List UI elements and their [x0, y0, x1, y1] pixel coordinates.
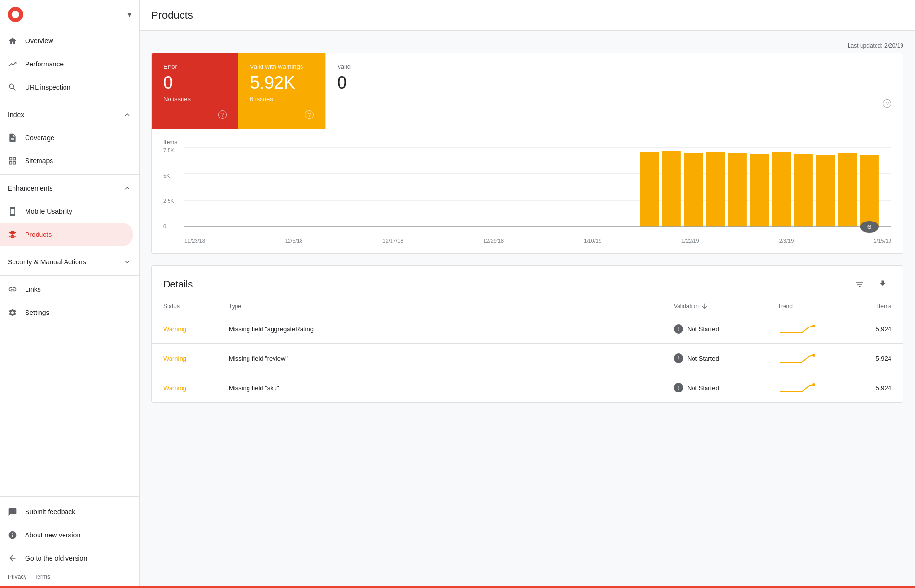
row2-items: 5,924: [853, 355, 891, 362]
x-label-4: 1/10/19: [584, 238, 601, 244]
row2-trend: [778, 352, 845, 365]
chart-x-axis: 11/23/18 12/5/18 12/17/18 12/29/18 1/10/…: [184, 238, 891, 244]
warning-badge[interactable]: Warning: [163, 326, 186, 333]
row3-validation: ! Not Started: [674, 383, 770, 392]
sidebar-item-performance[interactable]: Performance: [0, 52, 133, 76]
article-icon: [8, 133, 17, 143]
sidebar-item-products[interactable]: Products: [0, 223, 133, 246]
page-title: Products: [151, 9, 193, 22]
table-header: Status Type Validation Trend Items: [152, 299, 903, 314]
row2-status: Warning: [163, 354, 221, 362]
valid-card-number: 0: [337, 74, 891, 91]
not-started-icon: !: [674, 324, 683, 334]
sidebar-coverage-label: Coverage: [25, 134, 54, 142]
sidebar-item-coverage[interactable]: Coverage: [0, 126, 133, 149]
warning-badge[interactable]: Warning: [163, 355, 186, 362]
sidebar-go-to-old-label: Go to the old version: [25, 554, 87, 562]
status-cards: Error 0 No issues ? Valid with warnings …: [152, 53, 903, 129]
x-label-6: 2/3/19: [779, 238, 794, 244]
enhancements-section-label: Enhancements: [8, 184, 52, 192]
not-started-icon-2: !: [674, 353, 683, 363]
error-card-number: 0: [163, 74, 227, 91]
svg-point-17: [812, 325, 815, 327]
col-validation-header[interactable]: Validation: [674, 302, 770, 310]
valid-status-card[interactable]: Valid 0 ?: [325, 53, 903, 129]
svg-rect-5: [662, 151, 681, 227]
details-section: Details Status: [151, 265, 903, 403]
x-label-2: 12/17/18: [383, 238, 404, 244]
index-section-header[interactable]: Index: [0, 103, 139, 126]
y-tick-0: 7.5K: [163, 147, 174, 153]
svg-rect-9: [750, 154, 769, 227]
settings-icon: [8, 308, 17, 317]
col-type-header: Type: [229, 302, 666, 310]
details-actions: [851, 275, 891, 293]
trend-chart-2: [778, 352, 816, 365]
details-table: Status Type Validation Trend Items: [152, 299, 903, 402]
sidebar-item-mobile-usability[interactable]: Mobile Usability: [0, 200, 133, 223]
sidebar-collapse-chevron[interactable]: ▾: [127, 9, 131, 20]
enhancements-section-header[interactable]: Enhancements: [0, 177, 139, 200]
valid-help-icon[interactable]: ?: [883, 99, 891, 108]
svg-point-18: [812, 354, 815, 357]
sidebar-item-sitemaps[interactable]: Sitemaps: [0, 149, 133, 172]
table-row: Warning Missing field "aggregateRating" …: [152, 314, 903, 344]
warning-card-label: Valid with warnings: [250, 63, 314, 70]
y-tick-1: 5K: [163, 173, 174, 179]
enhancements-chevron-icon: [123, 184, 131, 193]
download-icon: [878, 279, 888, 289]
last-updated: Last updated: 2/20/19: [151, 42, 903, 49]
info-icon: [8, 530, 17, 540]
x-label-0: 11/23/18: [184, 238, 205, 244]
not-started-icon-3: !: [674, 383, 683, 392]
sidebar-item-about-new-version[interactable]: About new version: [0, 523, 133, 547]
sidebar-item-overview[interactable]: Overview: [0, 29, 133, 52]
filter-icon: [855, 279, 864, 289]
divider-4: [0, 275, 139, 276]
error-card-label: Error: [163, 63, 227, 70]
feedback-icon: [8, 507, 17, 517]
security-section-label: Security & Manual Actions: [8, 258, 86, 266]
x-label-5: 1/22/19: [681, 238, 699, 244]
sidebar-item-url-inspection[interactable]: URL inspection: [0, 76, 133, 99]
svg-rect-4: [640, 152, 659, 227]
details-header: Details: [152, 266, 903, 299]
svg-rect-10: [772, 152, 791, 227]
col-status-header: Status: [163, 302, 221, 310]
phone-icon: [8, 207, 17, 216]
terms-link[interactable]: Terms: [34, 574, 50, 580]
error-help-icon[interactable]: ?: [218, 110, 227, 119]
error-status-card[interactable]: Error 0 No issues ?: [152, 53, 238, 129]
sidebar-item-submit-feedback[interactable]: Submit feedback: [0, 500, 133, 523]
chart-y-label: Items: [163, 139, 891, 145]
main-content-area: Products Last updated: 2/20/19 Error 0 N…: [140, 0, 915, 588]
status-card-container: Error 0 No issues ? Valid with warnings …: [151, 53, 903, 254]
svg-rect-7: [706, 152, 725, 227]
sidebar-item-go-to-old[interactable]: Go to the old version: [0, 547, 133, 570]
divider-1: [0, 101, 139, 101]
sidebar-links-label: Links: [25, 286, 41, 293]
warning-status-card[interactable]: Valid with warnings 5.92K 6 issues ?: [238, 53, 325, 129]
warning-badge[interactable]: Warning: [163, 384, 186, 392]
sidebar-item-settings[interactable]: Settings: [0, 301, 133, 324]
sidebar-products-label: Products: [25, 231, 52, 238]
row3-items: 5,924: [853, 384, 891, 392]
sidebar-sitemaps-label: Sitemaps: [25, 157, 53, 165]
warning-help-icon[interactable]: ?: [305, 110, 314, 119]
security-section-header[interactable]: Security & Manual Actions: [0, 250, 139, 274]
filter-button[interactable]: [851, 275, 868, 293]
sidebar-item-links[interactable]: Links: [0, 278, 133, 301]
index-chevron-icon: [123, 110, 131, 119]
x-label-3: 12/29/18: [483, 238, 504, 244]
svg-rect-6: [684, 153, 703, 227]
error-card-sub: No issues: [163, 95, 227, 103]
trend-chart-3: [778, 381, 816, 394]
sidebar-submit-feedback-label: Submit feedback: [25, 508, 75, 516]
download-button[interactable]: [874, 275, 891, 293]
warning-card-number: 5.92K: [250, 74, 314, 91]
svg-rect-8: [728, 153, 747, 227]
privacy-link[interactable]: Privacy: [8, 574, 26, 580]
chart-dot-label: 6: [867, 224, 872, 230]
row3-type: Missing field "sku": [229, 384, 666, 392]
main-body: Last updated: 2/20/19 Error 0 No issues …: [140, 31, 915, 414]
